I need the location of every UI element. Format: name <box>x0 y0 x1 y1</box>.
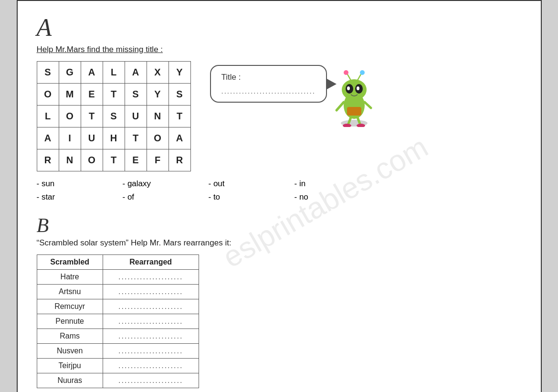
scrambled-word: Remcuyr <box>37 299 103 314</box>
grid-cell: I <box>59 127 81 149</box>
grid-cell: A <box>125 62 147 84</box>
svg-point-11 <box>360 70 365 75</box>
alien-figure <box>333 65 376 129</box>
word-item-out: - out <box>209 179 295 189</box>
grid-cell: T <box>81 106 103 127</box>
grid-cell: E <box>125 149 147 171</box>
word-item-in: - in <box>295 179 380 189</box>
grid-cell: S <box>103 106 125 127</box>
speech-bubble: Title : ................................ <box>210 65 327 103</box>
word-grid: SGALAXYOMETSYSLOTSUNTAIUHTOARNOTEFR <box>37 61 191 171</box>
grid-cell: A <box>37 127 59 149</box>
grid-cell: O <box>147 127 168 149</box>
scrambled-word: Rams <box>37 329 103 344</box>
section-b-instruction: “Scrambled solar system” Help Mr. Mars r… <box>37 238 522 248</box>
svg-line-12 <box>337 102 344 110</box>
grid-cell: S <box>125 84 147 106</box>
grid-cell: A <box>168 127 190 149</box>
rearranged-word: ..................... <box>103 359 199 373</box>
grid-cell: O <box>59 106 81 127</box>
grid-cell: L <box>103 62 125 84</box>
grid-cell: N <box>147 106 168 127</box>
grid-cell: U <box>125 106 147 127</box>
grid-cell: O <box>81 149 103 171</box>
grid-cell: F <box>147 149 168 171</box>
grid-cell: E <box>81 84 103 106</box>
svg-point-9 <box>344 70 348 75</box>
word-item-sun: - sun <box>37 179 123 189</box>
grid-cell: S <box>168 84 190 106</box>
grid-cell: S <box>37 62 59 84</box>
grid-cell: T <box>103 84 125 106</box>
rearranged-word: ..................... <box>103 329 199 344</box>
svg-point-6 <box>347 86 350 90</box>
section-a: A Help Mr.Mars find the missing title : … <box>37 15 522 202</box>
scrambled-word: Pennute <box>37 314 103 329</box>
rearranged-word: ..................... <box>103 270 199 285</box>
section-b-label: B <box>37 215 522 235</box>
grid-cell: R <box>37 149 59 171</box>
word-list: - sun - galaxy - out - in - star - of - … <box>37 179 522 202</box>
grid-cell: G <box>59 62 81 84</box>
svg-point-7 <box>357 86 359 90</box>
grid-cell: R <box>168 149 190 171</box>
grid-cell: U <box>81 127 103 149</box>
svg-line-13 <box>365 102 371 108</box>
section-a-instruction: Help Mr.Mars find the missing title : <box>37 45 522 54</box>
col-header-scrambled: Scrambled <box>37 255 103 270</box>
grid-cell: N <box>59 149 81 171</box>
grid-cell: M <box>59 84 81 106</box>
scrambled-word: Nusven <box>37 344 103 359</box>
grid-cell: T <box>103 149 125 171</box>
speech-bubble-dots: ................................ <box>221 87 316 95</box>
scrambled-word: Teirjpu <box>37 359 103 373</box>
scrambled-word: Artsnu <box>37 285 103 299</box>
grid-cell: L <box>37 106 59 127</box>
word-item-no: - no <box>295 192 380 202</box>
page: eslprintables.com A Help Mr.Mars find th… <box>17 0 542 392</box>
svg-line-10 <box>358 74 361 80</box>
col-header-rearranged: Rearranged <box>103 255 199 270</box>
grid-cell: T <box>125 127 147 149</box>
rearranged-word: ..................... <box>103 344 199 359</box>
scrambled-word: Nuuras <box>37 373 103 388</box>
word-search-area: SGALAXYOMETSYSLOTSUNTAIUHTOARNOTEFR Titl… <box>37 61 522 171</box>
svg-line-8 <box>347 74 351 80</box>
word-item-to: - to <box>209 192 295 202</box>
svg-point-3 <box>342 79 367 100</box>
word-item-star: - star <box>37 192 123 202</box>
grid-cell: O <box>37 84 59 106</box>
grid-cell: H <box>103 127 125 149</box>
grid-cell: A <box>81 62 103 84</box>
grid-cell: Y <box>168 62 190 84</box>
grid-cell: T <box>168 106 190 127</box>
scrambled-word: Hatre <box>37 270 103 285</box>
section-b: B “Scrambled solar system” Help Mr. Mars… <box>37 215 522 388</box>
word-item-galaxy: - galaxy <box>123 179 209 189</box>
word-item-of: - of <box>123 192 209 202</box>
rearranged-word: ..................... <box>103 285 199 299</box>
rearranged-word: ..................... <box>103 373 199 388</box>
section-a-label: A <box>37 15 522 40</box>
rearranged-word: ..................... <box>103 314 199 329</box>
svg-rect-18 <box>347 107 361 116</box>
grid-cell: Y <box>147 84 168 106</box>
scramble-table: Scrambled Rearranged Hatre..............… <box>37 254 199 388</box>
title-label: Title : <box>221 73 316 82</box>
grid-cell: X <box>147 62 168 84</box>
rearranged-word: ..................... <box>103 299 199 314</box>
